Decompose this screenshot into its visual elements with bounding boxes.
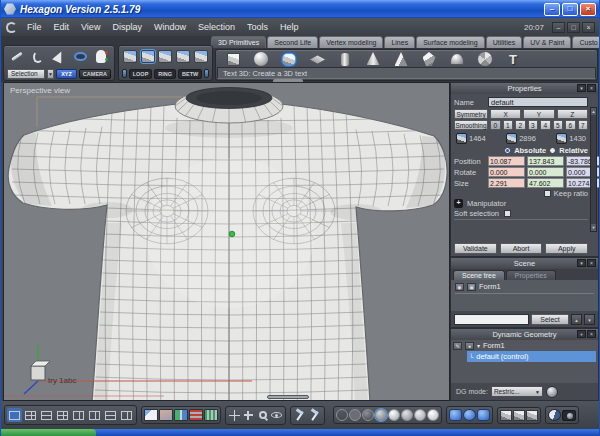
collapse-icon[interactable]: ▾ [577,84,586,92]
split-left-icon[interactable] [71,408,86,422]
split-right-icon[interactable] [87,408,102,422]
size-y-input[interactable] [527,178,564,188]
scroll-up-icon[interactable]: ▲ [591,108,596,115]
snap-cube-1-icon[interactable] [500,410,512,421]
smoothing-6-button[interactable]: 6 [565,120,576,130]
smoothing-4-button[interactable]: 4 [540,120,551,130]
selection-dropdown[interactable]: Selection [7,69,45,79]
smoothing-2-button[interactable]: 2 [515,120,526,130]
tab-surface-modeling[interactable]: Surface modeling [416,36,484,48]
render-sphere-icon[interactable] [548,409,561,421]
smoothing-7-button[interactable]: 7 [578,120,589,130]
rotate-x-input[interactable] [488,167,525,177]
green-guides-icon[interactable] [204,409,218,421]
ring-button[interactable]: RING [154,69,176,79]
menu-view[interactable]: View [75,18,106,36]
snap-cube-2-icon[interactable] [513,410,525,421]
rounded-cube-primitive-icon[interactable] [278,50,300,69]
tab-vertex-modeling[interactable]: Vertex modeling [319,36,383,48]
edge-cube-icon[interactable] [123,50,137,63]
add-icon[interactable]: + [577,330,586,338]
cylinder-primitive-icon[interactable] [334,50,356,69]
materials-icon[interactable] [159,409,173,421]
scene-search-input[interactable] [454,314,529,325]
position-y-input[interactable] [527,156,564,166]
mdi-restore-button[interactable]: □ [567,22,580,33]
absolute-radio[interactable] [504,147,511,154]
between-cube-icon[interactable] [194,50,208,63]
expand-up-icon[interactable]: ▴ [571,314,582,325]
quad-view-icon[interactable] [23,408,38,422]
camera-button[interactable]: CAMERA [79,69,111,79]
ring-cube-icon[interactable] [176,50,190,63]
taskbar[interactable] [1,429,599,436]
split-vertical-icon[interactable] [119,408,134,422]
scene-tree-item[interactable]: ◉ ▣ Form1 [455,282,594,294]
flat-mode-icon[interactable] [362,409,374,421]
abort-button[interactable]: Abort [500,243,543,254]
keep-ratio-checkbox[interactable] [544,190,551,197]
tab-uv-paint[interactable]: UV & Paint [523,36,571,48]
apply-button[interactable]: Apply [545,243,588,254]
dg-sphere-button[interactable] [546,386,558,398]
select-button[interactable]: Select [531,314,569,325]
wireframe-mode-icon[interactable] [336,409,348,421]
edit-pencil-icon[interactable]: ✎ [453,342,462,350]
menu-help[interactable]: Help [274,18,305,36]
dg-child-item-selected[interactable]: └ default (control) [467,351,596,362]
plane-primitive-icon[interactable] [306,50,328,69]
smooth-mode-selected-icon[interactable] [375,409,387,421]
tab-custom[interactable]: Custo [572,36,599,48]
toggle-edge-icon[interactable] [204,69,209,78]
ellipse-curve-icon[interactable] [72,49,89,65]
rotate-y-input[interactable] [527,167,564,177]
betw-button[interactable]: BETW [178,69,202,79]
minimize-button[interactable]: – [544,3,560,16]
visibility-eye-icon[interactable]: ◉ [455,283,464,291]
pan-icon[interactable] [228,409,241,422]
tab-scene-tree[interactable]: Scene tree [453,270,505,280]
smoothing-button[interactable]: Smoothing [454,120,488,130]
menu-tools[interactable]: Tools [241,18,274,36]
smoothing-5-button[interactable]: 5 [553,120,564,130]
mirror-x-icon[interactable] [449,409,462,421]
uv-grid-icon[interactable] [174,409,188,421]
visibility-eye-icon[interactable] [270,409,283,422]
relative-radio[interactable] [549,147,556,154]
smooth-bright-mode-icon[interactable] [388,409,400,421]
symmetry-x-button[interactable]: X [490,109,521,119]
maximize-button[interactable]: □ [562,3,578,16]
close-panel-icon[interactable]: × [587,330,596,338]
symmetry-y-button[interactable]: Y [523,109,554,119]
menu-display[interactable]: Display [106,18,148,36]
mdi-minimize-button[interactable]: – [552,22,565,33]
split-top-icon[interactable] [39,408,54,422]
tab-utilities[interactable]: Utilities [486,36,523,48]
close-panel-icon[interactable]: × [587,84,596,92]
tab-second-life[interactable]: Second Life [267,36,318,48]
dome-primitive-icon[interactable] [446,50,468,69]
pen-icon[interactable] [8,49,25,65]
history-icon[interactable]: ● [465,342,474,350]
symmetry-button[interactable]: Symmetry [454,109,488,119]
smoothing-0-button[interactable]: 0 [490,120,501,130]
pick-edge-icon[interactable] [122,69,127,78]
cube-primitive-icon[interactable] [222,50,244,69]
viewport-scrollbar[interactable] [267,395,309,399]
selection-dropdown-arrow-icon[interactable]: ▼ [47,69,54,79]
hidden-line-mode-icon[interactable] [349,409,361,421]
cone-primitive-icon[interactable] [362,50,384,69]
split-horizontal-icon[interactable] [103,408,118,422]
gem-primitive-icon[interactable] [418,50,440,69]
text-3d-icon[interactable]: T [502,50,524,69]
polyhedron-primitive-icon[interactable] [474,50,496,69]
red-guides-icon[interactable] [189,409,203,421]
perspective-viewport[interactable]: Perspective view try 1abc [3,82,450,401]
sphere-primitive-icon[interactable] [250,50,272,69]
camera-icon[interactable] [562,410,576,421]
loop-button[interactable]: LOOP [129,69,153,79]
menu-selection[interactable]: Selection [192,18,241,36]
ghost-surface-icon[interactable] [93,49,110,65]
validate-button[interactable]: Validate [454,243,497,254]
mirror-y-icon[interactable] [463,409,476,421]
